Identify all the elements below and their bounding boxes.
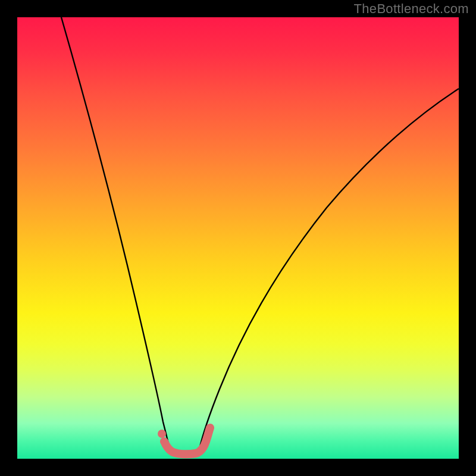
chart-curves-layer	[17, 17, 459, 459]
valley-path	[164, 428, 210, 454]
curve-left	[61, 17, 170, 449]
valley-dot	[158, 430, 166, 438]
chart-frame: TheBottleneck.com	[0, 0, 476, 476]
watermark-text: TheBottleneck.com	[354, 1, 469, 17]
curve-right	[199, 89, 459, 449]
